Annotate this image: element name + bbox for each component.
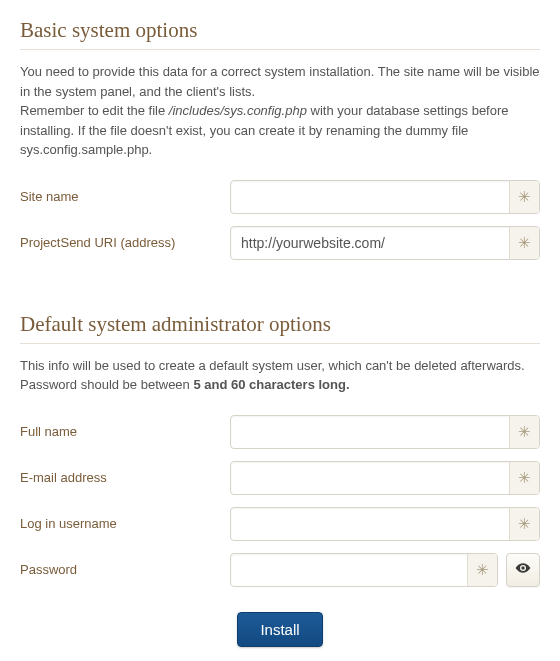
password-input[interactable]: [230, 553, 498, 587]
email-input[interactable]: [230, 461, 540, 495]
section2-description: This info will be used to create a defau…: [20, 356, 540, 395]
section-heading-basic: Basic system options: [20, 18, 540, 43]
fullname-label: Full name: [20, 424, 230, 439]
sitename-label: Site name: [20, 189, 230, 204]
desc-text: Remember to edit the file: [20, 103, 169, 118]
toggle-password-visibility-button[interactable]: [506, 553, 540, 587]
section1-description: You need to provide this data for a corr…: [20, 62, 540, 160]
eye-icon: [515, 560, 531, 579]
sitename-input[interactable]: [230, 180, 540, 214]
username-label: Log in username: [20, 516, 230, 531]
username-input[interactable]: [230, 507, 540, 541]
password-label: Password: [20, 562, 230, 577]
install-button[interactable]: Install: [237, 612, 322, 647]
desc-text: You need to provide this data for a corr…: [20, 64, 540, 99]
email-label: E-mail address: [20, 470, 230, 485]
password-constraint: 5 and 60 characters long.: [193, 377, 349, 392]
config-file-path: /includes/sys.config.php: [169, 103, 307, 118]
fullname-input[interactable]: [230, 415, 540, 449]
section-heading-admin: Default system administrator options: [20, 312, 540, 337]
divider: [20, 49, 540, 50]
divider: [20, 343, 540, 344]
uri-input[interactable]: [230, 226, 540, 260]
uri-label: ProjectSend URI (address): [20, 235, 230, 250]
